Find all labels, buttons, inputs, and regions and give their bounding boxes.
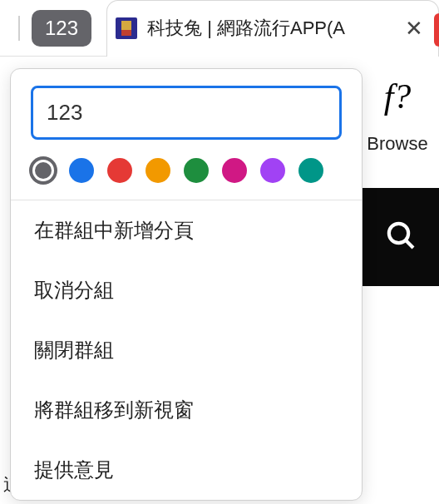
close-tab-icon[interactable]: ✕ xyxy=(402,17,427,39)
color-swatch-1[interactable] xyxy=(69,158,94,183)
divider xyxy=(18,16,20,41)
browser-tab[interactable]: 科技兔 | 網路流行APP(A ✕ xyxy=(106,0,439,57)
group-name-input[interactable] xyxy=(31,86,342,140)
color-swatch-3[interactable] xyxy=(146,158,170,183)
tab-group-badge[interactable]: 123 xyxy=(32,10,91,47)
color-swatch-2[interactable] xyxy=(107,158,132,183)
menu-move-window[interactable]: 將群組移到新視窗 xyxy=(11,380,362,440)
color-swatch-6[interactable] xyxy=(260,158,285,183)
search-area[interactable] xyxy=(363,188,439,286)
color-swatch-5[interactable] xyxy=(222,158,247,183)
menu-ungroup[interactable]: 取消分組 xyxy=(11,260,362,320)
right-panel: f? Browse xyxy=(356,57,439,155)
formula-icon: f? xyxy=(384,77,412,116)
browse-label[interactable]: Browse xyxy=(367,133,427,155)
partial-button[interactable] xyxy=(434,13,439,47)
favicon xyxy=(116,17,137,39)
svg-point-0 xyxy=(389,224,408,243)
tab-title: 科技兔 | 網路流行APP(A xyxy=(147,16,395,41)
svg-line-1 xyxy=(406,240,413,248)
menu-add-tab[interactable]: 在群組中新增分頁 xyxy=(11,200,362,260)
color-swatch-4[interactable] xyxy=(184,158,209,183)
tab-group-context-menu: 在群組中新增分頁 取消分組 關閉群組 將群組移到新視窗 提供意見 xyxy=(10,68,363,501)
tab-strip: 123 科技兔 | 網路流行APP(A ✕ xyxy=(0,0,439,57)
color-picker-row xyxy=(11,140,362,200)
menu-feedback[interactable]: 提供意見 xyxy=(11,440,362,500)
color-swatch-7[interactable] xyxy=(298,158,323,183)
search-icon xyxy=(384,219,417,255)
menu-close-group[interactable]: 關閉群組 xyxy=(11,320,362,380)
color-swatch-0[interactable] xyxy=(35,162,52,179)
